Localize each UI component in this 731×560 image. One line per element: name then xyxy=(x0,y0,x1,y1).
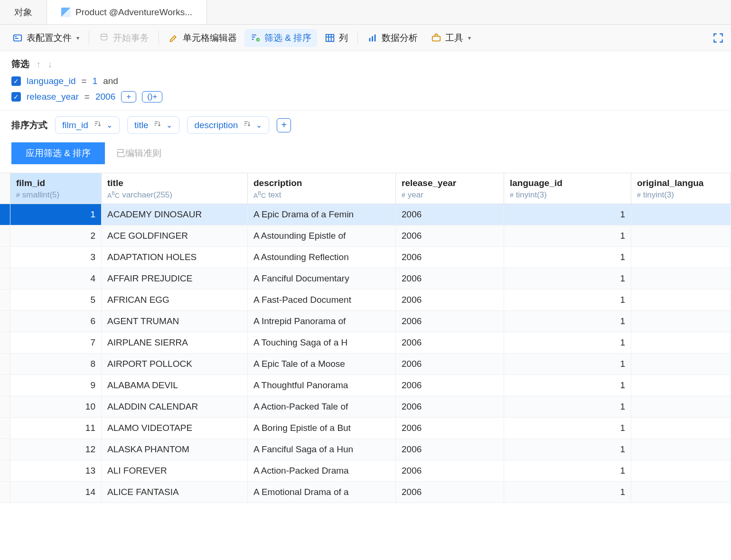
cell-film-id[interactable]: 11 xyxy=(10,418,102,439)
cell-language-id[interactable]: 1 xyxy=(504,268,631,289)
arrow-down-icon[interactable]: ↓ xyxy=(47,59,52,70)
cell-original-language[interactable] xyxy=(631,482,731,503)
tab-product[interactable]: Product @AdventureWorks... xyxy=(47,0,207,24)
sort-chip[interactable]: film_id ⌄ xyxy=(55,116,120,134)
cell-film-id[interactable]: 1 xyxy=(10,204,102,225)
cell-language-id[interactable]: 1 xyxy=(504,247,631,268)
cell-description[interactable]: A Action-Packed Drama xyxy=(248,460,396,481)
cell-language-id[interactable]: 1 xyxy=(504,354,631,374)
cell-description[interactable]: A Astounding Reflection xyxy=(248,247,396,268)
table-row[interactable]: 11 ALAMO VIDEOTAPE A Boring Epistle of a… xyxy=(0,418,731,439)
cell-language-id[interactable]: 1 xyxy=(504,225,631,246)
cell-release-year[interactable]: 2006 xyxy=(396,482,504,503)
cell-description[interactable]: A Fanciful Documentary xyxy=(248,268,396,289)
row-gutter[interactable] xyxy=(0,247,10,268)
cell-release-year[interactable]: 2006 xyxy=(396,289,504,310)
cell-original-language[interactable] xyxy=(631,375,731,396)
cell-film-id[interactable]: 9 xyxy=(10,375,102,396)
cell-film-id[interactable]: 2 xyxy=(10,225,102,246)
data-analysis-button[interactable]: 数据分析 xyxy=(362,29,423,47)
cell-description[interactable]: A Fast-Paced Document xyxy=(248,289,396,310)
cell-film-id[interactable]: 8 xyxy=(10,354,102,374)
cell-language-id[interactable]: 1 xyxy=(504,439,631,460)
cell-release-year[interactable]: 2006 xyxy=(396,396,504,417)
cell-title[interactable]: AFRICAN EGG xyxy=(102,289,248,310)
tools-button[interactable]: 工具 ▾ xyxy=(425,29,477,47)
cell-original-language[interactable] xyxy=(631,460,731,481)
cell-release-year[interactable]: 2006 xyxy=(396,247,504,268)
cell-language-id[interactable]: 1 xyxy=(504,204,631,225)
table-row[interactable]: 10 ALADDIN CALENDAR A Action-Packed Tale… xyxy=(0,396,731,418)
cell-title[interactable]: AIRPLANE SIERRA xyxy=(102,332,248,353)
filter-column[interactable]: release_year xyxy=(27,92,79,102)
sort-chip[interactable]: title ⌄ xyxy=(127,116,180,134)
column-header[interactable]: film_id # smallint(5) xyxy=(10,173,102,204)
column-header[interactable]: release_year # year xyxy=(396,173,504,204)
cell-description[interactable]: A Fanciful Saga of a Hun xyxy=(248,439,396,460)
filter-value[interactable]: 2006 xyxy=(95,92,115,102)
cell-film-id[interactable]: 13 xyxy=(10,460,102,481)
begin-transaction-button[interactable]: 开始事务 xyxy=(93,29,155,47)
filter-join[interactable]: and xyxy=(103,76,118,86)
cell-title[interactable]: ALASKA PHANTOM xyxy=(102,439,248,460)
row-gutter[interactable] xyxy=(0,289,10,310)
cell-release-year[interactable]: 2006 xyxy=(396,311,504,332)
table-row[interactable]: 13 ALI FOREVER A Action-Packed Drama 200… xyxy=(0,460,731,482)
cell-release-year[interactable]: 2006 xyxy=(396,354,504,374)
checkbox-icon[interactable]: ✓ xyxy=(11,92,21,102)
cell-description[interactable]: A Intrepid Panorama of xyxy=(248,311,396,332)
cell-original-language[interactable] xyxy=(631,439,731,460)
checkbox-icon[interactable]: ✓ xyxy=(11,76,21,86)
cell-description[interactable]: A Boring Epistle of a But xyxy=(248,418,396,439)
column-header[interactable]: original_langua # tinyint(3) xyxy=(631,173,731,204)
table-row[interactable]: 5 AFRICAN EGG A Fast-Paced Document 2006… xyxy=(0,289,731,311)
cell-description[interactable]: A Astounding Epistle of xyxy=(248,225,396,246)
columns-button[interactable]: 列 xyxy=(319,29,354,47)
table-row[interactable]: 14 ALICE FANTASIA A Emotional Drama of a… xyxy=(0,482,731,503)
cell-language-id[interactable]: 1 xyxy=(504,289,631,310)
add-filter-button[interactable]: + xyxy=(121,91,136,103)
cell-title[interactable]: ALABAMA DEVIL xyxy=(102,375,248,396)
cell-release-year[interactable]: 2006 xyxy=(396,204,504,225)
row-gutter[interactable] xyxy=(0,439,10,460)
cell-title[interactable]: ADAPTATION HOLES xyxy=(102,247,248,268)
cell-release-year[interactable]: 2006 xyxy=(396,268,504,289)
cell-film-id[interactable]: 10 xyxy=(10,396,102,417)
cell-film-id[interactable]: 4 xyxy=(10,268,102,289)
cell-language-id[interactable]: 1 xyxy=(504,482,631,503)
cell-description[interactable]: A Touching Saga of a H xyxy=(248,332,396,353)
cell-film-id[interactable]: 12 xyxy=(10,439,102,460)
table-row[interactable]: 9 ALABAMA DEVIL A Thoughtful Panorama 20… xyxy=(0,375,731,396)
cell-title[interactable]: ACE GOLDFINGER xyxy=(102,225,248,246)
filter-sort-button[interactable]: 筛选 & 排序 xyxy=(244,29,317,47)
cell-language-id[interactable]: 1 xyxy=(504,375,631,396)
row-gutter[interactable] xyxy=(0,204,10,225)
row-gutter[interactable] xyxy=(0,418,10,439)
cell-release-year[interactable]: 2006 xyxy=(396,460,504,481)
column-header[interactable]: description ABC text xyxy=(248,173,396,204)
cell-description[interactable]: A Epic Tale of a Moose xyxy=(248,354,396,374)
cell-editor-button[interactable]: 单元格编辑器 xyxy=(163,29,243,47)
filter-operator[interactable]: = xyxy=(84,92,90,102)
table-row[interactable]: 7 AIRPLANE SIERRA A Touching Saga of a H… xyxy=(0,332,731,354)
cell-film-id[interactable]: 3 xyxy=(10,247,102,268)
filter-value[interactable]: 1 xyxy=(93,76,98,86)
column-header[interactable]: title ABC varchaer(255) xyxy=(102,173,248,204)
row-gutter[interactable] xyxy=(0,332,10,353)
row-gutter[interactable] xyxy=(0,268,10,289)
cell-language-id[interactable]: 1 xyxy=(504,396,631,417)
filter-operator[interactable]: = xyxy=(82,76,87,86)
profile-button[interactable]: 表配置文件 ▾ xyxy=(7,29,85,47)
apply-filter-sort-button[interactable]: 应用筛选 & 排序 xyxy=(11,142,105,164)
cell-original-language[interactable] xyxy=(631,225,731,246)
cell-language-id[interactable]: 1 xyxy=(504,460,631,481)
arrow-up-icon[interactable]: ↑ xyxy=(36,59,41,70)
cell-description[interactable]: A Emotional Drama of a xyxy=(248,482,396,503)
table-row[interactable]: 8 AIRPORT POLLOCK A Epic Tale of a Moose… xyxy=(0,354,731,375)
table-row[interactable]: 4 AFFAIR PREJUDICE A Fanciful Documentar… xyxy=(0,268,731,289)
add-expr-button[interactable]: ()+ xyxy=(142,91,162,103)
cell-title[interactable]: ALAMO VIDEOTAPE xyxy=(102,418,248,439)
cell-film-id[interactable]: 7 xyxy=(10,332,102,353)
cell-release-year[interactable]: 2006 xyxy=(396,225,504,246)
sort-chip[interactable]: description ⌄ xyxy=(187,116,269,134)
